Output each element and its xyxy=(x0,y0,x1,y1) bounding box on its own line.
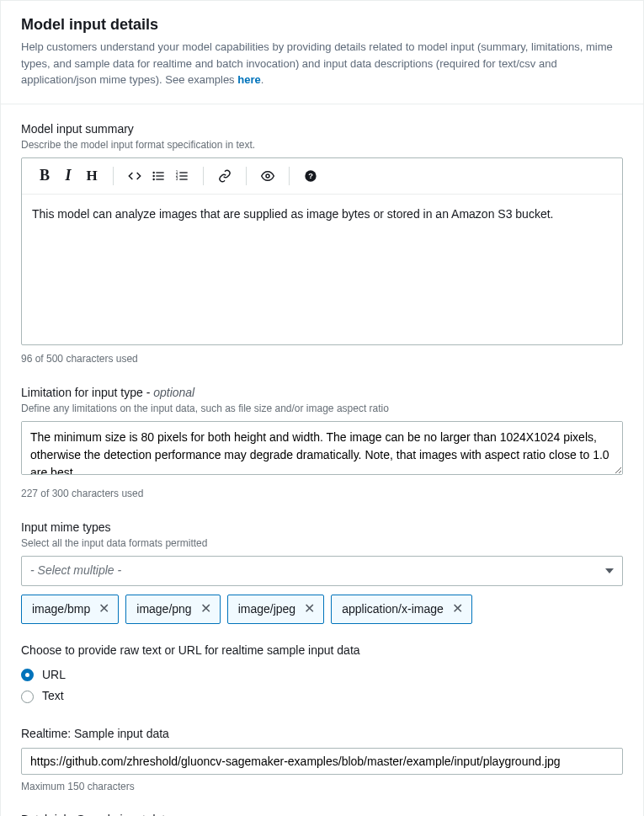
radio-label: URL xyxy=(42,667,66,684)
toolbar-separator xyxy=(113,167,114,185)
close-icon[interactable]: ✕ xyxy=(200,602,211,616)
mime-select[interactable]: - Select multiple - xyxy=(21,556,623,586)
help-icon: ? xyxy=(304,169,317,183)
toolbar-separator xyxy=(289,167,290,185)
mime-label: Input mime types xyxy=(21,520,623,536)
limitation-char-count: 227 of 300 characters used xyxy=(21,487,623,501)
limitation-hint: Define any limitations on the input data… xyxy=(21,402,623,416)
code-button[interactable] xyxy=(124,165,146,187)
list-ol-icon: 123 xyxy=(175,169,189,183)
mime-tag-label: image/png xyxy=(136,601,191,618)
mime-tags: image/bmp✕image/png✕image/jpeg✕applicati… xyxy=(21,595,623,625)
list-ul-icon xyxy=(152,169,165,183)
close-icon[interactable]: ✕ xyxy=(98,602,109,616)
code-icon xyxy=(128,169,141,183)
eye-icon xyxy=(261,169,274,183)
close-icon[interactable]: ✕ xyxy=(452,602,463,616)
mime-hint: Select all the input data formats permit… xyxy=(21,536,623,551)
mime-tag-label: image/bmp xyxy=(32,601,90,618)
mime-field: Input mime types Select all the input da… xyxy=(21,520,623,625)
panel-header: Model input details Help customers under… xyxy=(1,1,643,104)
rich-editor: B I H 123 xyxy=(21,157,623,345)
summary-label: Model input summary xyxy=(21,121,623,138)
radio-option-text[interactable]: Text xyxy=(21,685,623,707)
mime-tag: image/bmp✕ xyxy=(21,595,119,625)
limitation-textarea[interactable] xyxy=(21,421,623,475)
radio-option-url[interactable]: URL xyxy=(21,664,623,686)
svg-rect-3 xyxy=(156,172,163,173)
realtime-field: Realtime: Sample input data Maximum 150 … xyxy=(21,726,623,793)
svg-rect-8 xyxy=(179,179,187,179)
chevron-down-icon xyxy=(605,568,614,573)
summary-editor[interactable]: This model can analyze images that are s… xyxy=(22,195,622,344)
svg-text:3: 3 xyxy=(176,177,178,181)
bold-button[interactable]: B xyxy=(34,165,56,187)
help-button[interactable]: ? xyxy=(300,165,322,187)
svg-point-1 xyxy=(152,175,154,177)
limitation-label: Limitation for input type - optional xyxy=(21,385,623,402)
svg-rect-5 xyxy=(156,179,163,179)
summary-hint: Describe the model input format specific… xyxy=(21,138,623,152)
italic-button[interactable]: I xyxy=(57,165,79,187)
realtime-input[interactable] xyxy=(21,748,623,775)
mime-placeholder: - Select multiple - xyxy=(30,563,121,579)
batch-label: Batch job: Sample input data xyxy=(21,812,623,816)
realtime-label: Realtime: Sample input data xyxy=(21,726,623,743)
summary-field: Model input summary Describe the model i… xyxy=(21,121,623,366)
svg-point-2 xyxy=(152,179,154,180)
editor-toolbar: B I H 123 xyxy=(22,158,622,195)
sample-choice-radios: URLText xyxy=(21,664,623,707)
link-button[interactable] xyxy=(214,165,236,187)
preview-button[interactable] xyxy=(257,165,279,187)
link-icon xyxy=(218,169,232,183)
svg-point-0 xyxy=(152,172,154,173)
realtime-hint: Maximum 150 characters xyxy=(21,780,623,794)
radio-icon xyxy=(21,691,34,703)
radio-icon xyxy=(21,669,34,681)
panel-description: Help customers understand your model cap… xyxy=(21,39,623,88)
mime-tag-label: image/jpeg xyxy=(238,601,296,618)
svg-rect-6 xyxy=(179,172,187,173)
toolbar-separator xyxy=(246,167,247,185)
mime-tag: image/png✕ xyxy=(125,595,220,625)
batch-field: Batch job: Sample input data Provide URL… xyxy=(21,812,623,816)
panel-content: Model input summary Describe the model i… xyxy=(1,104,643,816)
sample-choice-label: Choose to provide raw text or URL for re… xyxy=(21,643,623,659)
limitation-field: Limitation for input type - optional Def… xyxy=(21,385,623,501)
mime-tag: image/jpeg✕ xyxy=(227,595,325,625)
radio-label: Text xyxy=(42,688,64,705)
examples-link[interactable]: here xyxy=(237,73,260,86)
heading-button[interactable]: H xyxy=(81,165,103,187)
mime-tag: application/x-image✕ xyxy=(331,595,472,625)
ol-button[interactable]: 123 xyxy=(171,165,193,187)
svg-rect-7 xyxy=(179,175,187,176)
svg-rect-4 xyxy=(156,175,163,176)
mime-tag-label: application/x-image xyxy=(342,601,444,618)
summary-char-count: 96 of 500 characters used xyxy=(21,352,623,366)
svg-text:?: ? xyxy=(308,172,313,180)
sample-choice-field: Choose to provide raw text or URL for re… xyxy=(21,643,623,707)
model-input-panel: Model input details Help customers under… xyxy=(0,0,644,816)
svg-point-12 xyxy=(266,174,269,178)
panel-title: Model input details xyxy=(21,14,623,35)
toolbar-separator xyxy=(203,167,204,185)
close-icon[interactable]: ✕ xyxy=(304,602,315,616)
ul-button[interactable] xyxy=(147,165,169,187)
